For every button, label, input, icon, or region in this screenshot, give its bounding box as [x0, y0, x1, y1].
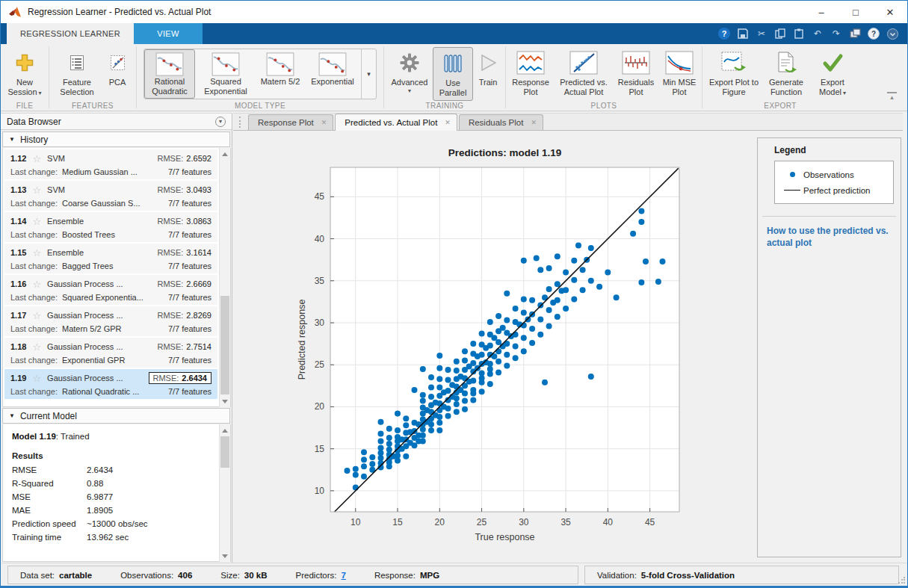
- current-model-panel: Model 1.19: Trained Results RMSE2.6434 R…: [2, 424, 231, 562]
- scrollbar-thumb[interactable]: [220, 296, 229, 394]
- new-session-button[interactable]: New Session▾: [2, 47, 47, 99]
- model-thumbnail-icon: [318, 52, 348, 76]
- residuals-plot-icon: [622, 49, 650, 76]
- how-to-use-link[interactable]: How to use the predicted vs. actual plot: [767, 226, 890, 249]
- generate-function-button[interactable]: Generate Function: [762, 47, 811, 99]
- legend-panel: Legend Observations Perfect prediction H…: [757, 137, 901, 557]
- minimize-button[interactable]: –: [804, 1, 838, 23]
- tab-drag-handle-icon[interactable]: [239, 117, 242, 128]
- close-button[interactable]: ✕: [873, 1, 907, 23]
- observation-dot-icon: [781, 172, 803, 177]
- current-model-scrollbar[interactable]: [219, 424, 230, 562]
- help-circle-icon[interactable]: ?: [868, 28, 880, 40]
- use-parallel-button[interactable]: Use Parallel: [433, 47, 473, 101]
- check-icon: [821, 49, 844, 76]
- history-item[interactable]: 1.14☆EnsembleRMSE:3.0863 Last change:Boo…: [4, 212, 217, 242]
- history-item[interactable]: 1.13☆SVMRMSE:3.0493 Last change:Coarse G…: [4, 181, 217, 211]
- train-button[interactable]: Train: [473, 47, 503, 90]
- model-exponential-button[interactable]: Exponential: [304, 49, 361, 99]
- close-tab-icon[interactable]: ✕: [445, 119, 451, 126]
- maximize-button[interactable]: □: [838, 1, 873, 23]
- scroll-down-icon[interactable]: [220, 551, 230, 561]
- svg-text:25: 25: [315, 359, 325, 370]
- feature-selection-icon: [68, 49, 86, 76]
- scroll-down-icon[interactable]: [220, 396, 230, 406]
- tab-predicted-vs-actual-plot[interactable]: Predicted vs. Actual Plot✕: [335, 114, 457, 131]
- history-item[interactable]: 1.17☆Gaussian Process ...RMSE:2.8269 Las…: [4, 306, 217, 336]
- svg-text:?: ?: [722, 29, 727, 38]
- ribbon-group-model-type: Rational Quadratic Squared Exponential M…: [137, 44, 383, 111]
- rmse-highlight-box: RMSE:2.6434: [149, 372, 212, 384]
- history-item[interactable]: 1.18☆Gaussian Process ...RMSE:2.7514 Las…: [4, 338, 217, 368]
- current-model-section-header[interactable]: ▼ Current Model: [2, 408, 230, 424]
- close-tab-icon[interactable]: ✕: [531, 119, 537, 126]
- ribbon-group-features: Feature Selection PCA FEATURES: [49, 44, 136, 111]
- min-mse-plot-button[interactable]: Min MSE Plot: [658, 47, 700, 99]
- predicted-vs-actual-chart[interactable]: 10152025303540451015202530354045Predicti…: [233, 131, 741, 557]
- history-item[interactable]: 1.16☆Gaussian Process ...RMSE:2.6669 Las…: [4, 275, 217, 305]
- response-plot-button[interactable]: Response Plot: [507, 47, 554, 99]
- model-matern-button[interactable]: Matern 5/2: [256, 49, 304, 99]
- star-icon: ☆: [32, 247, 41, 259]
- predictors-link[interactable]: 7: [342, 571, 346, 580]
- residuals-plot-button[interactable]: Residuals Plot: [614, 47, 658, 99]
- matlab-logo-icon: [8, 6, 22, 18]
- document-area: Response Plot✕ Predicted vs. Actual Plot…: [233, 113, 903, 563]
- validation-status-box: Validation:5-fold Cross-Validation: [584, 566, 899, 584]
- svg-text:35: 35: [560, 517, 571, 527]
- collapse-triangle-icon: ▼: [9, 136, 15, 143]
- history-scrollbar[interactable]: [219, 148, 230, 407]
- star-icon: ☆: [32, 185, 41, 196]
- svg-text:30: 30: [315, 318, 325, 328]
- tab-residuals-plot[interactable]: Residuals Plot✕: [459, 114, 543, 130]
- gallery-dropdown-button[interactable]: ▾: [361, 49, 376, 99]
- svg-text:True response: True response: [475, 532, 534, 542]
- model-rational-quadratic-button[interactable]: Rational Quadratic: [144, 49, 195, 99]
- collapse-ribbon-icon[interactable]: ▴: [887, 92, 897, 100]
- layout-windows-icon[interactable]: [849, 28, 861, 40]
- export-plot-button[interactable]: Export Plot to Figure: [706, 47, 762, 99]
- generate-function-icon: [775, 49, 797, 76]
- history-section-header[interactable]: ▼ History: [2, 131, 230, 147]
- result-row: MSE6.9877: [12, 490, 215, 504]
- resize-grip[interactable]: [898, 577, 905, 584]
- model-type-gallery: Rational Quadratic Squared Exponential M…: [143, 49, 377, 99]
- star-icon: ☆: [32, 153, 41, 164]
- redo-icon[interactable]: ↷: [830, 28, 842, 40]
- history-item[interactable]: 1.15☆EnsembleRMSE:3.1614 Last change:Bag…: [4, 244, 217, 273]
- result-row: RMSE2.6434: [12, 463, 215, 477]
- predicted-vs-actual-icon: [569, 49, 598, 76]
- advanced-button[interactable]: Advanced ▾: [386, 47, 433, 96]
- divider: [762, 216, 896, 217]
- play-icon: [478, 49, 498, 76]
- undo-icon[interactable]: ↶: [812, 28, 824, 40]
- pca-button[interactable]: PCA: [102, 47, 133, 90]
- scroll-up-icon[interactable]: [220, 149, 230, 159]
- tab-view[interactable]: VIEW: [134, 23, 203, 44]
- star-icon: ☆: [32, 310, 41, 321]
- copy-icon[interactable]: [774, 28, 786, 40]
- group-label-features: FEATURES: [49, 102, 136, 110]
- title-bar: Regression Learner - Predicted vs. Actua…: [1, 1, 907, 23]
- history-item[interactable]: 1.12☆SVMRMSE:2.6592 Last change:Medium G…: [4, 149, 217, 179]
- history-item-selected[interactable]: 1.19☆Gaussian Process ...RMSE:2.6434 Las…: [4, 369, 217, 399]
- paste-icon[interactable]: [793, 28, 805, 40]
- export-model-button[interactable]: Export Model▾: [811, 47, 854, 99]
- predicted-vs-actual-plot-button[interactable]: Predicted vs. Actual Plot: [554, 47, 614, 99]
- close-tab-icon[interactable]: ✕: [321, 119, 327, 126]
- model-squared-exponential-button[interactable]: Squared Exponential: [195, 49, 256, 99]
- feature-selection-button[interactable]: Feature Selection: [52, 47, 102, 99]
- ribbon-group-export: Export Plot to Figure Generate Function …: [702, 44, 858, 111]
- save-icon[interactable]: [737, 28, 749, 40]
- cut-icon[interactable]: ✂: [756, 28, 768, 40]
- model-thumbnail-icon: [155, 52, 185, 76]
- caret-down-icon: ▾: [843, 90, 846, 96]
- toolbar-dropdown-icon[interactable]: [886, 28, 898, 40]
- tab-regression-learner[interactable]: REGRESSION LEARNER: [7, 23, 134, 44]
- scrollbar-thumb[interactable]: [220, 436, 229, 468]
- tab-response-plot[interactable]: Response Plot✕: [248, 114, 333, 130]
- scroll-up-icon[interactable]: [220, 425, 230, 436]
- svg-text:15: 15: [315, 444, 325, 454]
- panel-menu-icon[interactable]: ▾: [215, 117, 226, 127]
- help-icon[interactable]: ?: [718, 28, 730, 40]
